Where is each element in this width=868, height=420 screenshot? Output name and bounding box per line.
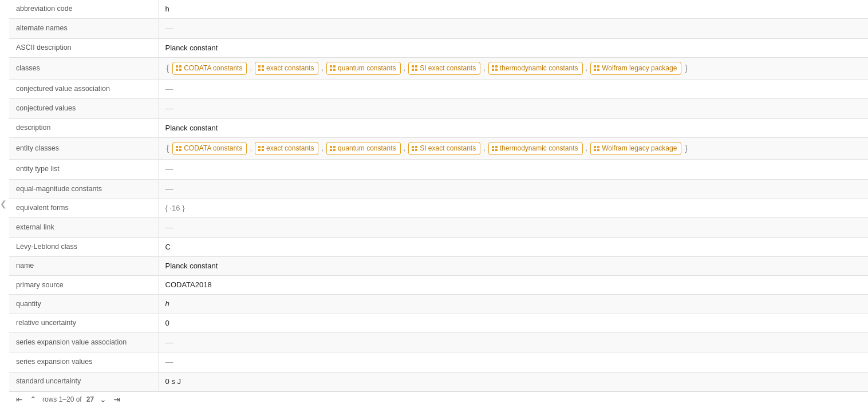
nav-last-button[interactable]: ⇥: [112, 395, 121, 403]
tag-grid-icon: [258, 146, 264, 152]
row-key: ASCII description: [9, 38, 158, 57]
tag-label: SI exact constants: [420, 64, 476, 73]
row-key: primary source: [9, 276, 158, 295]
tag-label: quantum constants: [338, 144, 396, 153]
table-row: standard uncertainty0 s J: [9, 373, 868, 391]
entity-tag[interactable]: SI exact constants: [408, 142, 480, 155]
row-value: { ·16 }: [158, 199, 868, 218]
table-row: quantityh: [9, 295, 868, 314]
tag-separator: ,: [586, 63, 588, 73]
table-row: ASCII descriptionPlanck constant: [9, 38, 868, 57]
empty-dash: —: [165, 338, 173, 347]
row-value[interactable]: {CODATA constants,exact constants,quantu…: [158, 57, 868, 79]
entity-tag[interactable]: thermodynamic constants: [488, 62, 583, 75]
entity-tag[interactable]: exact constants: [255, 62, 318, 75]
row-value: —: [158, 218, 868, 238]
ellipsis-value[interactable]: { ·16 }: [165, 204, 185, 212]
row-value: —: [158, 99, 868, 119]
tag-grid-icon: [176, 65, 182, 71]
row-key: entity type list: [9, 159, 158, 179]
table-row: descriptionPlanck constant: [9, 118, 868, 137]
tag-grid-icon: [412, 65, 417, 71]
brace-open: {: [167, 63, 169, 74]
entity-tag[interactable]: thermodynamic constants: [488, 142, 583, 155]
tag-grid-icon: [258, 65, 264, 71]
tag-grid-icon: [594, 146, 599, 152]
tag-separator: ,: [250, 143, 252, 153]
row-key: abbreviation code: [9, 0, 158, 19]
table-row: classes{CODATA constants,exact constants…: [9, 57, 868, 79]
row-key: classes: [9, 57, 158, 79]
entity-tag[interactable]: quantum constants: [326, 142, 400, 155]
entity-tag[interactable]: SI exact constants: [408, 62, 480, 75]
table-row: abbreviation codeh: [9, 0, 868, 19]
row-key: equivalent forms: [9, 199, 158, 218]
nav-first-button[interactable]: ⇤: [15, 395, 24, 403]
table-row: equal-magnitude constants—: [9, 179, 868, 199]
entity-tag[interactable]: quantum constants: [326, 62, 400, 75]
row-key: equal-magnitude constants: [9, 179, 158, 199]
row-key: standard uncertainty: [9, 373, 158, 391]
table-footer: ⇤ ⌃ rows 1–20 of 27 ⌄ ⇥: [9, 391, 868, 407]
tag-grid-icon: [176, 146, 182, 152]
tag-separator: ,: [250, 63, 252, 73]
tag-grid-icon: [594, 65, 599, 71]
tag-label: exact constants: [266, 64, 314, 73]
row-key: external link: [9, 218, 158, 238]
tag-list: {CODATA constants,exact constants,quantu…: [165, 142, 862, 155]
empty-dash: —: [165, 23, 173, 33]
tag-label: Wolfram legacy package: [602, 64, 677, 73]
row-key: series expansion values: [9, 352, 158, 373]
tag-separator: ,: [321, 143, 323, 153]
table-row: relative uncertainty0: [9, 314, 868, 332]
table-row: alternate names—: [9, 19, 868, 39]
tag-label: CODATA constants: [184, 144, 242, 153]
row-value: 0: [158, 314, 868, 332]
tag-separator: ,: [321, 63, 323, 73]
entity-tag[interactable]: Wolfram legacy package: [590, 62, 681, 75]
table-row: Lévy-Leblond classC: [9, 237, 868, 256]
tag-grid-icon: [492, 146, 498, 152]
entity-tag[interactable]: CODATA constants: [172, 62, 247, 75]
entity-tag[interactable]: exact constants: [255, 142, 318, 155]
nav-prev-button[interactable]: ⌃: [29, 395, 38, 403]
tag-separator: ,: [404, 63, 406, 73]
row-key: relative uncertainty: [9, 314, 158, 332]
tag-label: CODATA constants: [184, 64, 242, 73]
entity-tag[interactable]: Wolfram legacy package: [590, 142, 681, 155]
italic-value: h: [165, 299, 169, 308]
brace-close: }: [685, 143, 688, 154]
table-row: primary sourceCODATA2018: [9, 276, 868, 295]
table-row: external link—: [9, 218, 868, 238]
nav-next-button[interactable]: ⌄: [98, 395, 108, 403]
tag-grid-icon: [330, 65, 336, 71]
row-key: description: [9, 118, 158, 137]
brace-close: }: [685, 63, 688, 74]
empty-dash: —: [165, 184, 173, 193]
rows-label: rows 1–20 of: [42, 395, 82, 403]
tag-label: quantum constants: [338, 64, 396, 73]
tag-separator: ,: [483, 143, 486, 153]
empty-dash: —: [165, 164, 173, 173]
row-key: series expansion value association: [9, 332, 158, 352]
row-key: name: [9, 257, 158, 276]
table-row: conjectured value association—: [9, 79, 868, 99]
row-key: alternate names: [9, 19, 158, 39]
tag-label: thermodynamic constants: [500, 144, 578, 153]
tag-separator: ,: [586, 143, 588, 153]
table-row: namePlanck constant: [9, 257, 868, 276]
row-value[interactable]: {CODATA constants,exact constants,quantu…: [158, 138, 868, 160]
data-table: abbreviation codehalternate names—ASCII …: [9, 0, 868, 391]
tag-separator: ,: [483, 63, 486, 73]
table-row: series expansion values—: [9, 352, 868, 373]
row-value: —: [158, 159, 868, 179]
row-value: —: [158, 79, 868, 99]
empty-dash: —: [165, 84, 173, 93]
rows-total: 27: [86, 395, 94, 403]
entity-tag[interactable]: CODATA constants: [172, 142, 247, 155]
tag-label: exact constants: [266, 144, 314, 153]
table-row: entity classes{CODATA constants,exact co…: [9, 138, 868, 160]
row-key: conjectured value association: [9, 79, 158, 99]
empty-dash: —: [165, 104, 173, 113]
empty-dash: —: [165, 357, 173, 366]
